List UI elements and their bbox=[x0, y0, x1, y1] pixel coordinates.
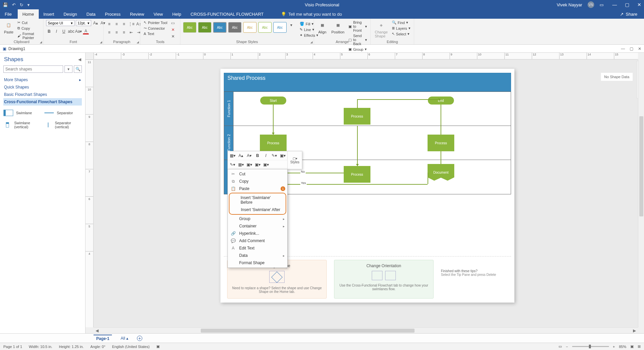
status-language[interactable]: English (United States) bbox=[112, 345, 150, 349]
dialog-launcher-icon[interactable]: ◢ bbox=[310, 40, 313, 44]
section-cross-functional[interactable]: Cross-Functional Flowchart Shapes bbox=[3, 98, 82, 106]
scroll-thumb[interactable] bbox=[201, 329, 415, 333]
scrollbar-vertical[interactable] bbox=[638, 59, 644, 327]
scroll-left-icon[interactable]: ◀ bbox=[94, 328, 101, 333]
shape-process[interactable]: Process bbox=[260, 135, 287, 151]
connector[interactable] bbox=[273, 184, 428, 185]
cm-data[interactable]: Data▸ bbox=[228, 252, 287, 259]
tab-file[interactable]: File bbox=[0, 9, 16, 19]
case-button[interactable]: Aa▾ bbox=[75, 28, 82, 34]
cm-paste[interactable]: 📋Paste1 bbox=[228, 185, 287, 192]
qat-more-icon[interactable]: ▾ bbox=[27, 2, 30, 7]
mini-highlight-icon[interactable]: ✎▾ bbox=[271, 152, 278, 159]
mini-more-icon[interactable]: ▣▾ bbox=[262, 161, 270, 168]
minimize-icon[interactable]: — bbox=[612, 2, 617, 7]
mini-fill-icon[interactable]: ▦▾ bbox=[229, 152, 236, 159]
window-restore-icon[interactable]: ▢ bbox=[630, 46, 633, 51]
cm-group[interactable]: Group▸ bbox=[228, 215, 287, 222]
tab-data[interactable]: Data bbox=[82, 9, 100, 19]
redo-icon[interactable]: ↻ bbox=[20, 2, 23, 7]
select-button[interactable]: ↖Select▾ bbox=[391, 31, 411, 36]
share-button[interactable]: ↗ Share bbox=[620, 9, 644, 19]
connection-point-icon[interactable]: ✕ bbox=[170, 33, 176, 39]
delete-connector-icon[interactable]: ✕ bbox=[170, 27, 176, 33]
mini-line-icon[interactable]: ✎▾ bbox=[229, 161, 236, 168]
ribbon-display-icon[interactable]: ▭ bbox=[600, 2, 604, 7]
cm-copy[interactable]: ⧉Copy bbox=[228, 178, 287, 185]
copy-button[interactable]: ⧉Copy bbox=[17, 26, 40, 31]
mini-bold-icon[interactable]: B bbox=[254, 152, 261, 159]
tell-me[interactable]: 💡 Tell me what you want to do bbox=[281, 9, 342, 19]
search-dropdown-icon[interactable]: ▾ bbox=[64, 65, 72, 73]
dialog-launcher-icon[interactable]: ◢ bbox=[137, 40, 139, 44]
decrease-indent-icon[interactable]: ⇤ bbox=[128, 29, 134, 35]
connector[interactable] bbox=[441, 160, 441, 164]
italic-button[interactable]: I bbox=[53, 28, 59, 34]
shape-process[interactable]: Process bbox=[344, 108, 370, 125]
macro-recording-icon[interactable]: ▣ bbox=[156, 344, 160, 349]
grow-font-icon[interactable]: A▴ bbox=[93, 20, 99, 26]
tip-change-orientation[interactable]: Change Orientation Use the Cross-Functio… bbox=[334, 260, 434, 299]
zoom-in-icon[interactable]: + bbox=[613, 345, 615, 349]
strikethrough-button[interactable]: abc bbox=[68, 28, 74, 34]
stencil-swimlane[interactable]: Swimlane bbox=[3, 110, 39, 116]
style-swatch[interactable]: Abc bbox=[213, 22, 226, 33]
lane-label[interactable]: Function 1 bbox=[224, 92, 233, 126]
mini-styles-button[interactable]: ▢▾ Styles bbox=[287, 151, 302, 169]
tab-home[interactable]: Home bbox=[18, 9, 39, 19]
cut-button[interactable]: ✂Cut bbox=[17, 20, 40, 25]
section-basic-flowchart[interactable]: Basic Flowchart Shapes bbox=[3, 91, 82, 98]
cm-format-shape[interactable]: Format Shape bbox=[228, 259, 287, 267]
pan-zoom-icon[interactable]: ⊞ bbox=[638, 344, 641, 349]
mini-font-shrink-icon[interactable]: A▾ bbox=[246, 152, 253, 159]
bullets-icon[interactable]: ⋮≡ bbox=[128, 21, 134, 27]
scrollbar-horizontal[interactable]: ◀ ▶ bbox=[94, 327, 638, 333]
cm-hyperlink[interactable]: 🔗Hyperlink... bbox=[228, 230, 287, 237]
bold-button[interactable]: B bbox=[46, 28, 52, 34]
text-tool-button[interactable]: AText bbox=[143, 31, 168, 36]
cm-edit-text[interactable]: AEdit Text bbox=[228, 244, 287, 252]
page-tab[interactable]: Page-1 bbox=[94, 335, 112, 342]
align-button[interactable]: ▦Align bbox=[317, 20, 328, 35]
stencil-separator-vertical[interactable]: Separator (vertical) bbox=[44, 121, 80, 129]
font-name-select[interactable]: Segoe UI▾ bbox=[46, 20, 74, 26]
search-submit-icon[interactable]: 🔍 bbox=[74, 65, 82, 73]
style-swatch[interactable]: Abc bbox=[243, 22, 257, 33]
add-page-button[interactable]: + bbox=[137, 336, 142, 341]
connector[interactable] bbox=[428, 173, 428, 184]
align-middle-icon[interactable]: ≡ bbox=[114, 21, 120, 27]
layers-button[interactable]: ≣Layers▾ bbox=[391, 26, 411, 31]
tab-process[interactable]: Process bbox=[100, 9, 125, 19]
section-more-shapes[interactable]: More Shapes▸ bbox=[3, 76, 82, 83]
group-button[interactable]: ▣Group▾ bbox=[348, 47, 368, 52]
connector[interactable] bbox=[441, 126, 441, 135]
connector[interactable] bbox=[357, 99, 358, 109]
shape-end[interactable]: End bbox=[428, 97, 454, 105]
style-gallery[interactable]: Abc Abc Abc Abc Abc Abc Abc ▾ bbox=[183, 20, 294, 33]
find-button[interactable]: 🔍Find▾ bbox=[391, 20, 411, 25]
align-right-icon[interactable]: ≡ bbox=[121, 29, 127, 35]
align-center-icon[interactable]: ≡ bbox=[114, 29, 120, 35]
mini-group-icon[interactable]: ▣▾ bbox=[254, 161, 261, 168]
section-quick-shapes[interactable]: Quick Shapes bbox=[3, 83, 82, 91]
collapse-icon[interactable]: ◀ bbox=[78, 57, 81, 62]
cm-cut[interactable]: ✂Cut bbox=[228, 170, 287, 178]
connector[interactable] bbox=[357, 126, 358, 160]
zoom-slider[interactable] bbox=[572, 346, 609, 347]
tab-cross-functional[interactable]: CROSS-FUNCTIONAL FLOWCHART bbox=[186, 9, 268, 19]
presentation-mode-icon[interactable]: ▭ bbox=[558, 344, 562, 349]
shape-start[interactable]: Start bbox=[260, 97, 286, 105]
connector[interactable] bbox=[357, 99, 441, 100]
style-swatch[interactable]: Abc bbox=[228, 22, 241, 33]
tab-review[interactable]: Review bbox=[125, 9, 149, 19]
dialog-launcher-icon[interactable]: ◢ bbox=[100, 40, 102, 44]
style-swatch[interactable]: Abc bbox=[183, 22, 196, 33]
shape-process[interactable]: Process bbox=[428, 135, 454, 151]
fit-page-icon[interactable]: ▣ bbox=[630, 344, 634, 349]
dialog-launcher-icon[interactable]: ◢ bbox=[40, 40, 42, 44]
canvas[interactable]: Shared Process Function 1 Start Process … bbox=[94, 59, 638, 327]
search-input[interactable] bbox=[3, 65, 63, 73]
underline-button[interactable]: U bbox=[61, 28, 67, 34]
mini-style-icon[interactable]: ▣▾ bbox=[279, 152, 286, 159]
save-icon[interactable]: 💾 bbox=[3, 2, 8, 7]
